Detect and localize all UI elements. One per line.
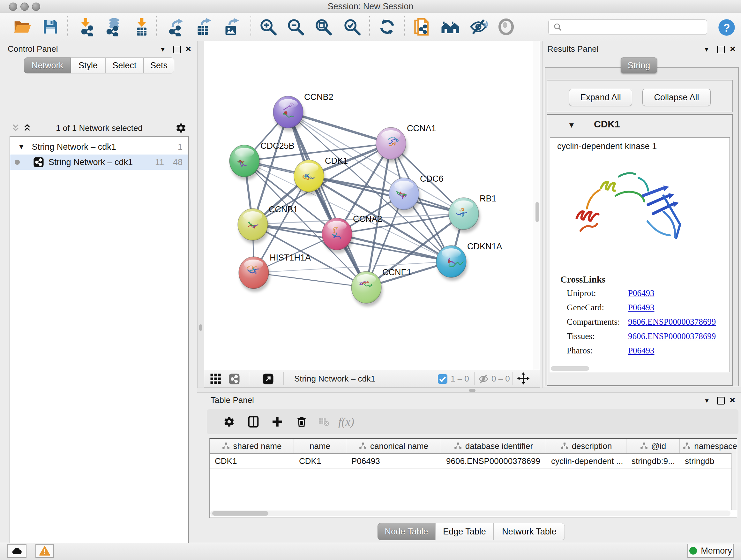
tab-select[interactable]: Select: [105, 57, 144, 73]
tab-network-table[interactable]: Network Table: [494, 523, 565, 540]
share-session-button[interactable]: [412, 17, 432, 37]
control-panel-maximize-button[interactable]: [172, 45, 182, 54]
search-input[interactable]: [565, 22, 707, 32]
crosslink-value-link[interactable]: P06493: [628, 288, 655, 298]
export-image-button[interactable]: [221, 17, 241, 37]
warnings-button[interactable]: [36, 544, 54, 558]
open-in-new-icon: [262, 373, 274, 385]
save-session-button[interactable]: [40, 17, 61, 37]
table-cell[interactable]: cyclin-dependent ...: [546, 454, 626, 469]
results-panel-maximize-button[interactable]: [716, 45, 726, 54]
toolbar-separator: [251, 16, 251, 37]
table-cell[interactable]: 9606.ENSP00000378699: [441, 454, 546, 469]
network-column-icon: [560, 442, 569, 450]
home-button[interactable]: [440, 17, 461, 37]
results-panel-close-button[interactable]: ×: [728, 44, 738, 54]
help-button[interactable]: ?: [717, 17, 737, 38]
import-database-button[interactable]: [103, 17, 124, 37]
fit-content-button[interactable]: [516, 372, 530, 387]
column-header-namespace[interactable]: namespace: [680, 439, 737, 453]
network-row[interactable]: String Network – cdk1 11 48: [10, 154, 188, 170]
node-table[interactable]: shared namenamecanonical namedatabase id…: [209, 438, 737, 518]
tab-sets[interactable]: Sets: [144, 57, 174, 73]
crosslink-value-link[interactable]: P06493: [628, 303, 655, 313]
splitter-grip[interactable]: [469, 389, 475, 392]
application-window: Session: New Session: [0, 0, 741, 560]
hide-selection-button[interactable]: [468, 17, 488, 37]
table-panel: Table Panel ▾ ×: [197, 393, 741, 543]
edge-HIST1H1A-CCNE1[interactable]: [254, 273, 366, 287]
create-column-button[interactable]: [267, 412, 287, 432]
network-options-gear-icon[interactable]: [176, 123, 186, 133]
zoom-out-button[interactable]: [285, 17, 306, 37]
zoom-fit-button[interactable]: [313, 17, 333, 37]
birdseye-toggle-button[interactable]: [210, 373, 221, 386]
vertical-splitter[interactable]: [197, 41, 204, 388]
clear-table-button: [314, 412, 334, 432]
tab-string[interactable]: String: [621, 57, 657, 73]
column-header-database-identifier[interactable]: database identifier: [441, 439, 546, 453]
delete-column-button[interactable]: [291, 412, 312, 432]
table-cell[interactable]: CDK1: [210, 454, 294, 469]
export-network-button[interactable]: [165, 17, 186, 37]
table-cell[interactable]: CDK1: [294, 454, 346, 469]
table-header-row: shared namenamecanonical namedatabase id…: [210, 439, 737, 454]
zoom-in-button[interactable]: [258, 17, 278, 37]
table-cell[interactable]: stringdb: [680, 454, 737, 469]
refresh-button[interactable]: [377, 17, 397, 37]
selected-checkbox[interactable]: [438, 374, 448, 384]
import-table-button[interactable]: [131, 17, 152, 37]
control-panel-close-button[interactable]: ×: [184, 44, 193, 54]
export-view-button[interactable]: [262, 373, 274, 386]
network-graph[interactable]: CCNB2CCNA1CDC25BCDK1CDC6RB1CCNB1CCNA2CDK…: [204, 41, 540, 370]
cloud-status-button[interactable]: [7, 544, 26, 558]
splitter-grip[interactable]: [199, 324, 202, 331]
section-expander-icon[interactable]: ▼: [568, 121, 576, 130]
crosslink-value-link[interactable]: 9606.ENSP00000378699: [628, 317, 716, 327]
open-session-button[interactable]: [12, 17, 32, 37]
column-header-description[interactable]: description: [546, 439, 626, 453]
table-cell[interactable]: stringdb:9...: [626, 454, 680, 469]
table-cell[interactable]: P06493: [346, 454, 441, 469]
crosslink-value-link[interactable]: P06493: [628, 346, 655, 356]
table-hscrollbar-thumb[interactable]: [212, 511, 268, 516]
show-columns-button[interactable]: [243, 412, 264, 432]
table-panel-close-button[interactable]: ×: [728, 395, 737, 405]
column-header--id[interactable]: @id: [626, 439, 680, 453]
table-panel-float-button[interactable]: ▾: [702, 396, 712, 406]
tab-style[interactable]: Style: [71, 57, 105, 73]
tab-edge-table[interactable]: Edge Table: [435, 523, 494, 540]
table-vscrollbar[interactable]: [731, 453, 737, 510]
tab-network[interactable]: Network: [24, 57, 71, 73]
import-network-button[interactable]: [76, 17, 97, 37]
export-table-button[interactable]: [193, 17, 213, 37]
table-panel-title: Table Panel: [211, 395, 254, 405]
table-row[interactable]: CDK1CDK1P064939606.ENSP00000378699cyclin…: [210, 454, 737, 469]
memory-button[interactable]: Memory: [687, 544, 734, 558]
details-scrollbar-thumb[interactable]: [551, 366, 589, 371]
horizontal-splitter[interactable]: [197, 388, 741, 393]
table-hscrollbar[interactable]: [210, 510, 731, 516]
network-collection-row[interactable]: ▼ String Network – cdk1 1: [10, 139, 188, 154]
crosslink-value-link[interactable]: 9606.ENSP00000378699: [628, 331, 716, 341]
main-toolbar: ?: [0, 13, 741, 41]
collapse-all-button[interactable]: Collapse All: [643, 89, 711, 106]
column-header-shared-name[interactable]: shared name: [210, 439, 294, 453]
results-panel-float-button[interactable]: ▾: [702, 45, 711, 54]
tab-node-table[interactable]: Node Table: [378, 523, 435, 540]
canvas-scrollbar-thumb[interactable]: [536, 202, 539, 222]
network-canvas[interactable]: CCNB2CCNA1CDC25BCDK1CDC6RB1CCNB1CCNA2CDK…: [204, 41, 540, 370]
zoom-selected-button[interactable]: [342, 17, 362, 37]
toolbar-search-field[interactable]: [548, 19, 707, 35]
results-panel: Results Panel ▾ × String Expand All Coll…: [542, 41, 741, 388]
expand-all-button[interactable]: Expand All: [569, 89, 632, 106]
table-panel-maximize-button[interactable]: [716, 396, 726, 406]
export-network-icon: [166, 17, 185, 37]
control-panel-float-button[interactable]: ▾: [158, 45, 167, 54]
show-hidden-button[interactable]: [496, 17, 516, 37]
collection-expander-icon[interactable]: ▼: [18, 143, 25, 151]
network-view-type-button[interactable]: [228, 373, 240, 386]
table-options-button[interactable]: [219, 412, 239, 432]
column-header-canonical-name[interactable]: canonical name: [346, 439, 441, 453]
column-header-name[interactable]: name: [294, 439, 346, 453]
